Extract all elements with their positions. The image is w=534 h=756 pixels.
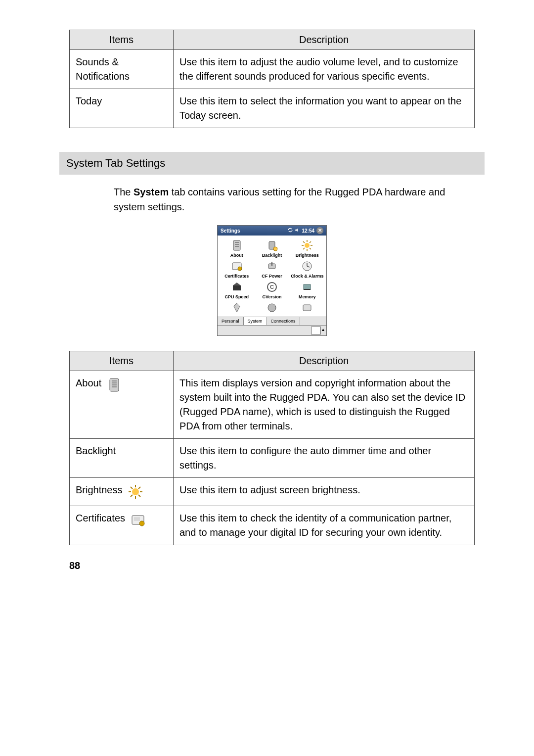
screenshot-item: CPU Speed [220, 280, 254, 300]
svg-point-26 [268, 304, 276, 312]
cell-item: Backlight [70, 438, 174, 477]
screenshot-item-label: CPU Speed [224, 295, 249, 300]
screenshot-item-label: Clock & Alarms [291, 274, 323, 279]
section-intro: The System tab contains various setting … [114, 185, 475, 214]
svg-point-16 [238, 267, 242, 271]
table-row: Brightness Use this item to adjust scree… [70, 477, 475, 506]
sync-icon [288, 228, 293, 234]
item-label: Brightness [76, 483, 123, 497]
svg-line-40 [138, 487, 140, 489]
table-row: About This item displays version and cop… [70, 371, 475, 438]
generic-icon [265, 301, 279, 315]
cell-item: Today [70, 89, 174, 128]
screenshot-item: Backlight [255, 238, 289, 258]
svg-rect-27 [303, 305, 311, 311]
screenshot-bottom-bar: ▴ [218, 325, 326, 335]
svg-rect-21 [233, 285, 241, 290]
svg-rect-24 [304, 284, 311, 289]
cell-item: Certificates [70, 506, 174, 545]
cell-item: About [70, 371, 174, 438]
cell-desc: Use this item to check the identity of a… [174, 506, 475, 545]
svg-rect-1 [235, 242, 239, 243]
screenshot-title: Settings [221, 228, 240, 234]
memory-icon [300, 280, 314, 294]
cell-desc: Use this item to adjust screen brightnes… [174, 477, 475, 506]
cell-item: Brightness [70, 477, 174, 506]
svg-rect-31 [112, 384, 117, 385]
screenshot-item [290, 301, 324, 316]
about-icon [230, 238, 244, 252]
svg-point-6 [305, 243, 310, 248]
screenshot-status: 12:54 ✕ [288, 227, 323, 234]
screenshot-item: Brightness [290, 238, 324, 258]
screenshot-item-label: CVersion [262, 295, 281, 300]
screenshot-grid: About Backlight Brightness [218, 236, 326, 317]
screenshot-item [220, 301, 254, 316]
close-icon: ✕ [316, 227, 323, 234]
backlight-icon [265, 238, 279, 252]
screenshot-item-label: CF Power [262, 274, 282, 279]
certificates-icon [129, 511, 147, 529]
item-label: Certificates [76, 511, 125, 525]
svg-line-11 [303, 241, 305, 243]
cpu-speed-icon [230, 280, 244, 294]
svg-line-14 [303, 248, 305, 249]
tab-system: System [244, 317, 267, 325]
tab-connections: Connections [267, 317, 300, 325]
embedded-screenshot: Settings 12:54 ✕ About [217, 225, 327, 336]
table-row: Backlight Use this item to configure the… [70, 438, 475, 477]
page-number: 88 [69, 560, 475, 571]
svg-rect-3 [235, 246, 239, 247]
clock-icon [300, 259, 314, 273]
table-row: Today Use this item to select the inform… [70, 89, 475, 128]
screenshot-tabs: Personal System Connections [218, 317, 326, 325]
screenshot-titlebar: Settings 12:54 ✕ [218, 226, 326, 236]
svg-line-41 [131, 495, 133, 497]
col-header-items: Items [70, 30, 174, 50]
intro-bold: System [134, 187, 169, 197]
cf-power-icon [265, 259, 279, 273]
svg-point-5 [273, 247, 277, 251]
item-label: About [76, 376, 101, 390]
cell-desc: Use this item to select the information … [174, 89, 475, 128]
svg-rect-30 [112, 382, 117, 383]
screenshot-item-label: Memory [299, 295, 316, 300]
generic-icon [300, 301, 314, 315]
up-arrow-icon: ▴ [322, 327, 324, 334]
svg-rect-2 [235, 244, 239, 245]
svg-rect-32 [112, 386, 117, 387]
table-row: Certificates Use this item to check the … [70, 506, 475, 545]
svg-line-13 [310, 241, 311, 243]
screenshot-item: About [220, 238, 254, 258]
tab-personal: Personal [218, 317, 244, 325]
screenshot-item [255, 301, 289, 316]
cell-desc: Use this item to configure the auto dimm… [174, 438, 475, 477]
cell-desc: This item displays version and copyright… [174, 371, 475, 438]
section-heading: System Tab Settings [59, 152, 485, 175]
cell-desc: Use this item to adjust the audio volume… [174, 50, 475, 89]
screenshot-item-label: Certificates [224, 274, 249, 279]
screenshot-item: C CVersion [255, 280, 289, 300]
cell-item: Sounds & Notifications [70, 50, 174, 89]
table-sounds-today: Items Description Sounds & Notifications… [69, 30, 475, 128]
generic-icon [230, 301, 244, 315]
cversion-icon: C [265, 280, 279, 294]
svg-line-12 [310, 248, 311, 249]
screenshot-item-label: Brightness [296, 253, 319, 258]
col-header-items: Items [70, 351, 174, 371]
svg-point-43 [139, 521, 144, 526]
screenshot-item: Clock & Alarms [290, 259, 324, 279]
brightness-icon [127, 483, 144, 501]
col-header-description: Description [174, 30, 475, 50]
svg-rect-29 [112, 380, 117, 381]
speaker-icon [295, 228, 300, 234]
table-row: Sounds & Notifications Use this item to … [70, 50, 475, 89]
intro-text-a: The [114, 187, 134, 197]
brightness-icon [300, 238, 314, 252]
keyboard-icon [311, 327, 321, 334]
col-header-description: Description [174, 351, 475, 371]
table-system-settings: Items Description About This item displa… [69, 351, 475, 545]
svg-text:C: C [270, 284, 274, 290]
screenshot-item-label: Backlight [262, 253, 282, 258]
svg-line-39 [138, 495, 140, 497]
